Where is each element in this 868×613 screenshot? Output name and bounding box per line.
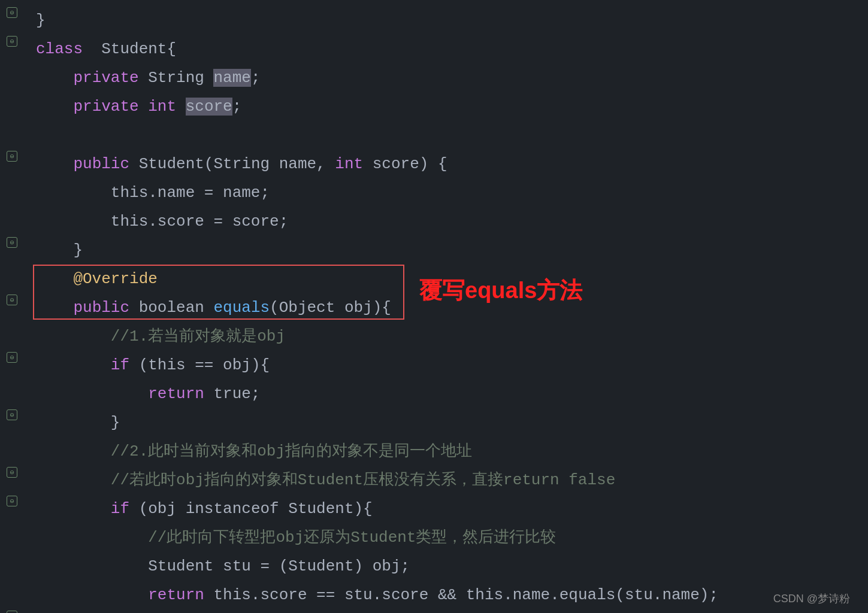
gutter: ⊖: [0, 36, 24, 47]
code-line: //1.若当前对象就是obj: [0, 322, 868, 351]
code-line: ⊖ if (obj instanceof Student){: [0, 494, 868, 523]
code-text: if (obj instanceof Student){: [24, 496, 868, 522]
code-line: ⊖ }: [0, 6, 868, 35]
gutter: ⊖: [0, 496, 24, 506]
override-section: 覆写equals方法 @Override ⊖ public boolean eq…: [0, 265, 868, 322]
code-text: this.score = score;: [24, 208, 868, 235]
code-text: //若此时obj指向的对象和Student压根没有关系，直接return fal…: [24, 467, 868, 493]
code-line: [0, 121, 868, 150]
code-text: return true;: [24, 381, 868, 407]
gutter: ⊖: [0, 151, 24, 162]
code-line: ⊖ class Student{: [0, 35, 868, 63]
code-line: return true;: [0, 380, 868, 408]
code-text: return this.score == stu.score && this.n…: [24, 582, 868, 608]
code-text: Student stu = (Student) obj;: [24, 553, 868, 579]
code-text: [24, 122, 868, 148]
code-text: if (this == obj){: [24, 352, 868, 378]
fold-icon[interactable]: ⊖: [7, 151, 17, 162]
code-text: @Override: [24, 266, 868, 292]
code-line: this.score = score;: [0, 207, 868, 236]
fold-icon[interactable]: ⊖: [7, 36, 17, 47]
fold-icon[interactable]: ⊖: [7, 352, 17, 363]
code-line: this.name = name;: [0, 178, 868, 207]
code-line: ⊖ public Student(String name, int score)…: [0, 150, 868, 178]
code-text: class Student{: [24, 36, 868, 62]
watermark: CSDN @梦诗粉: [773, 591, 850, 606]
gutter: ⊖: [0, 409, 24, 420]
code-line: ⊖ }: [0, 408, 868, 437]
fold-icon[interactable]: ⊖: [7, 409, 17, 420]
code-text: this.name = name;: [24, 180, 868, 206]
code-text: public Student(String name, int score) {: [24, 151, 868, 177]
code-text: private String name;: [24, 65, 868, 91]
code-line: ⊖ }: [0, 609, 868, 613]
code-text: public boolean equals(Object obj){: [24, 295, 868, 321]
code-line: //2.此时当前对象和obj指向的对象不是同一个地址: [0, 437, 868, 466]
code-text: //2.此时当前对象和obj指向的对象不是同一个地址: [24, 438, 868, 465]
code-text: //1.若当前对象就是obj: [24, 323, 868, 350]
code-text: }: [24, 7, 868, 34]
code-line: //此时向下转型把obj还原为Student类型，然后进行比较: [0, 523, 868, 552]
fold-icon[interactable]: ⊖: [7, 237, 17, 248]
code-text: }: [24, 611, 868, 613]
fold-icon[interactable]: ⊖: [7, 295, 17, 305]
code-line: return this.score == stu.score && this.n…: [0, 581, 868, 609]
code-line: Student stu = (Student) obj;: [0, 552, 868, 581]
fold-icon[interactable]: ⊖: [7, 7, 17, 18]
gutter: ⊖: [0, 611, 24, 613]
gutter: ⊖: [0, 467, 24, 478]
fold-icon[interactable]: ⊖: [7, 496, 17, 506]
code-line: ⊖ //若此时obj指向的对象和Student压根没有关系，直接return f…: [0, 466, 868, 494]
code-container: ⊖ } ⊖ class Student{ private String name…: [0, 0, 868, 613]
code-text: //此时向下转型把obj还原为Student类型，然后进行比较: [24, 524, 868, 551]
code-text: private int score;: [24, 93, 868, 120]
gutter: ⊖: [0, 237, 24, 248]
fold-icon[interactable]: ⊖: [7, 611, 17, 613]
code-line: private String name;: [0, 63, 868, 92]
code-text: }: [24, 409, 868, 436]
gutter: ⊖: [0, 352, 24, 363]
fold-icon[interactable]: ⊖: [7, 467, 17, 478]
gutter: ⊖: [0, 295, 24, 305]
code-text: }: [24, 237, 868, 263]
gutter: ⊖: [0, 7, 24, 18]
code-line: ⊖ if (this == obj){: [0, 351, 868, 380]
code-line: ⊖ }: [0, 236, 868, 265]
code-line: ⊖ public boolean equals(Object obj){: [0, 293, 868, 322]
code-line: private int score;: [0, 92, 868, 121]
code-line: @Override: [0, 265, 868, 293]
